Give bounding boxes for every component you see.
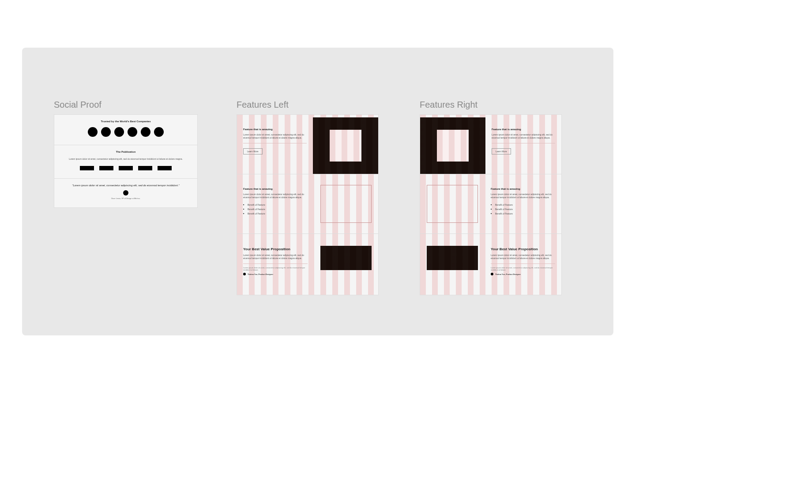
avatar-icon xyxy=(243,273,246,275)
logo-circles-row xyxy=(63,127,188,137)
feature-row-1: Feature that is amazing Lorem ipsum dolo… xyxy=(237,115,378,174)
feature-image-area xyxy=(314,174,378,233)
feature-image-dark-small xyxy=(427,246,478,270)
learn-more-button[interactable]: Learn More xyxy=(243,148,263,154)
benefit-item: Benefit of Feature xyxy=(243,207,308,211)
feature-row-2: Feature that is amazing Lorem ipsum dolo… xyxy=(237,174,378,234)
feature-text-block: Your Best Value Proposition Lorem ipsum … xyxy=(237,234,314,282)
publication-logo xyxy=(119,166,133,170)
section-title-features-right: Features Right xyxy=(420,100,562,110)
feature-text-block: Your Best Value Proposition Lorem ipsum … xyxy=(485,234,561,282)
feature-text-block: Feature that is amazing Lorem ipsum dolo… xyxy=(237,174,314,233)
feature-image-area xyxy=(313,115,378,174)
feature-image-area xyxy=(420,234,485,282)
company-logo-circle xyxy=(88,127,98,137)
feature-image-area xyxy=(420,174,485,233)
value-prop-heading: Your Best Value Proposition xyxy=(243,247,308,251)
features-left-artboard[interactable]: Feature that is amazing Lorem ipsum dolo… xyxy=(237,114,379,295)
section-title-features-left: Features Left xyxy=(237,100,379,110)
feature-body: Lorem ipsum dolor sit amet, consectetur … xyxy=(492,133,555,139)
publication-block: The Publication Lorem ipsum dolor sit am… xyxy=(54,145,197,179)
feature-heading: Feature that is amazing xyxy=(492,128,555,131)
company-logo-circle xyxy=(114,127,124,137)
feature-body: Lorem ipsum dolor sit amet, consectetur … xyxy=(243,133,307,139)
testimonial-person: Thelma Yun, Product Designer xyxy=(243,273,308,275)
inner-image-placeholder xyxy=(437,130,469,162)
social-proof-section: Social Proof Trusted by the World's Best… xyxy=(54,100,198,208)
trusted-heading: Trusted by the World's Best Companies xyxy=(63,120,188,123)
benefit-item: Benefit of Feature xyxy=(491,211,555,216)
feature-body: Lorem ipsum dolor sit amet, consectetur … xyxy=(491,254,555,260)
testimonial-name: Thelma Yun, Product Designer xyxy=(248,273,273,275)
learn-more-button[interactable]: Learn More xyxy=(492,148,511,154)
feature-image-dark xyxy=(313,117,378,174)
grid-overlay xyxy=(330,130,361,162)
trusted-block: Trusted by the World's Best Companies xyxy=(54,115,197,145)
publication-logos-row xyxy=(63,166,188,170)
quote-block: "Lorem ipsum dolor sit amet, consectetur… xyxy=(54,179,197,207)
grid-overlay-dark xyxy=(320,246,372,270)
design-canvas[interactable]: Social Proof Trusted by the World's Best… xyxy=(22,48,613,335)
divider xyxy=(243,263,308,264)
quote-attribution: Dave Lewis, VP of Design at Michos. xyxy=(63,197,188,199)
testimonial-name: Thelma Yun, Product Designer xyxy=(495,273,521,275)
benefit-item: Benefit of Feature xyxy=(243,203,308,207)
feature-benefits-list: Benefit of Feature Benefit of Feature Be… xyxy=(491,203,555,216)
feature-row-1: Feature that is amazing Lorem ipsum dolo… xyxy=(420,115,561,174)
benefit-item: Benefit of Feature xyxy=(491,203,555,207)
image-placeholder-outline xyxy=(427,185,478,223)
feature-text-block: Feature that is amazing Lorem ipsum dolo… xyxy=(485,174,561,233)
feature-image-dark xyxy=(420,117,485,174)
feature-image-area xyxy=(314,234,378,282)
feature-image-area xyxy=(420,115,485,174)
features-right-artboard[interactable]: Feature that is amazing Lorem ipsum dolo… xyxy=(420,114,562,295)
publication-logo xyxy=(99,166,113,170)
features-right-section: Features Right Feature that is amazing L… xyxy=(420,100,562,295)
feature-body: Lorem ipsum dolor sit amet, consectetur … xyxy=(243,254,308,260)
divider xyxy=(491,263,555,264)
feature-text-block: Feature that is amazing Lorem ipsum dolo… xyxy=(485,115,561,174)
grid-overlay-dark xyxy=(427,246,478,270)
publication-logo xyxy=(158,166,172,170)
company-logo-circle xyxy=(141,127,150,137)
avatar-icon xyxy=(491,273,493,275)
company-logo-circle xyxy=(154,127,164,137)
testimonial-text: Lorem ipsum dolor sit amet, consectetur … xyxy=(491,267,555,271)
quote-avatar-icon xyxy=(123,190,128,196)
company-logo-circle xyxy=(128,127,137,137)
divider xyxy=(243,143,307,143)
section-title-social-proof: Social Proof xyxy=(54,100,198,110)
publication-text: Lorem ipsum dolor sit amet, consectetur … xyxy=(63,158,188,161)
feature-heading: Feature that is amazing xyxy=(491,188,555,190)
feature-body: Lorem ipsum dolor sit amet, consectetur … xyxy=(243,193,308,199)
feature-body: Lorem ipsum dolor sit amet, consectetur … xyxy=(491,193,555,199)
publication-heading: The Publication xyxy=(63,150,188,153)
quote-text: "Lorem ipsum dolor sit amet, consectetur… xyxy=(63,184,188,187)
benefit-item: Benefit of Feature xyxy=(243,211,308,216)
inner-image-placeholder xyxy=(330,130,361,162)
feature-row-3: Your Best Value Proposition Lorem ipsum … xyxy=(237,234,378,295)
feature-row-2: Feature that is amazing Lorem ipsum dolo… xyxy=(420,174,561,234)
testimonial-text: Lorem ipsum dolor sit amet, consectetur … xyxy=(243,267,308,271)
feature-image-dark-small xyxy=(320,246,372,270)
feature-benefits-list: Benefit of Feature Benefit of Feature Be… xyxy=(243,203,308,216)
benefit-item: Benefit of Feature xyxy=(491,207,555,211)
feature-heading: Feature that is amazing xyxy=(243,188,308,190)
value-prop-heading: Your Best Value Proposition xyxy=(491,247,555,251)
feature-text-block: Feature that is amazing Lorem ipsum dolo… xyxy=(237,115,313,174)
image-placeholder-outline xyxy=(320,185,372,223)
feature-heading: Feature that is amazing xyxy=(243,128,307,131)
divider xyxy=(492,143,555,143)
testimonial-person: Thelma Yun, Product Designer xyxy=(491,273,555,275)
publication-logo xyxy=(80,166,94,170)
grid-overlay xyxy=(437,130,469,162)
company-logo-circle xyxy=(101,127,111,137)
feature-row-3: Your Best Value Proposition Lorem ipsum … xyxy=(420,234,561,295)
social-proof-artboard[interactable]: Trusted by the World's Best Companies Th… xyxy=(54,114,198,208)
features-left-section: Features Left Feature that is amazing Lo… xyxy=(237,100,379,295)
publication-logo xyxy=(138,166,152,170)
